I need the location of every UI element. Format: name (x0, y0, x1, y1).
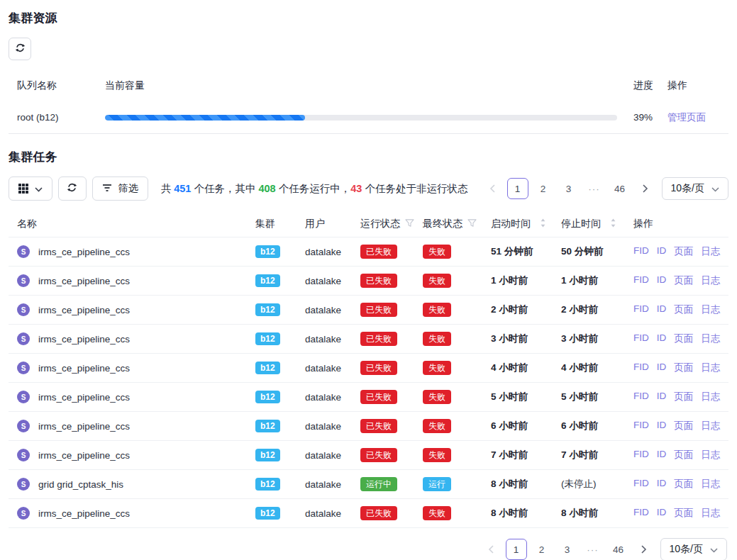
task-table-row: S irms_ce_pipeline_ccs b12 datalake 已失败 … (9, 412, 728, 441)
page-root: 集群资源 队列名称 当前容量 进度 操作 root (b12) (0, 0, 737, 560)
next-page-button[interactable] (633, 539, 655, 560)
final-status-badge: 失败 (423, 506, 451, 520)
id-link[interactable]: ID (657, 303, 667, 316)
log-link[interactable]: 日志 (701, 303, 720, 316)
start-time: 2 小时前 (491, 304, 528, 315)
row-actions: FIDID页面日志 (629, 274, 728, 287)
id-link[interactable]: ID (657, 245, 667, 258)
fid-link[interactable]: FID (633, 391, 649, 403)
page-link[interactable]: 页面 (674, 303, 693, 316)
queue-name: root (b12) (9, 112, 105, 123)
prev-page-button[interactable] (482, 178, 503, 199)
task-user: datalake (305, 479, 360, 490)
page-3-button[interactable]: 3 (557, 539, 578, 560)
start-time: 6 小时前 (491, 420, 528, 431)
task-user: datalake (305, 247, 360, 257)
page-link[interactable]: 页面 (674, 420, 693, 432)
page-link[interactable]: 页面 (674, 362, 693, 374)
fid-link[interactable]: FID (633, 420, 649, 432)
sort-icon[interactable] (540, 218, 546, 230)
spark-avatar-icon: S (17, 303, 30, 316)
id-link[interactable]: ID (657, 449, 667, 461)
fid-link[interactable]: FID (633, 449, 649, 461)
prev-page-button[interactable] (480, 539, 502, 560)
tasks-table-body: S irms_ce_pipeline_ccs b12 datalake 已失败 … (9, 237, 728, 528)
page-46-button[interactable]: 46 (608, 539, 629, 560)
id-link[interactable]: ID (657, 420, 667, 432)
next-page-button[interactable] (635, 178, 656, 199)
fid-link[interactable]: FID (633, 245, 649, 258)
page-link[interactable]: 页面 (674, 274, 693, 287)
fid-link[interactable]: FID (633, 303, 649, 316)
run-status-badge: 已失败 (360, 390, 397, 404)
log-link[interactable]: 日志 (701, 391, 720, 403)
cluster-resources-section: 集群资源 队列名称 当前容量 进度 操作 root (b12) (9, 10, 728, 134)
filter-button[interactable]: 筛选 (92, 177, 148, 201)
fid-link[interactable]: FID (633, 362, 649, 374)
row-actions: FIDID页面日志 (629, 391, 728, 403)
final-status-badge: 失败 (423, 419, 451, 433)
fid-link[interactable]: FID (633, 507, 649, 520)
id-link[interactable]: ID (657, 391, 667, 403)
id-link[interactable]: ID (657, 507, 667, 520)
page-link[interactable]: 页面 (674, 478, 693, 491)
fid-link[interactable]: FID (633, 274, 649, 287)
page-size-label: 10条/页 (670, 543, 703, 556)
fid-link[interactable]: FID (633, 332, 649, 345)
log-link[interactable]: 日志 (701, 449, 720, 461)
page-3-button[interactable]: 3 (558, 178, 580, 199)
id-link[interactable]: ID (657, 274, 667, 287)
id-link[interactable]: ID (657, 332, 667, 345)
filter-funnel-icon[interactable] (405, 218, 414, 230)
stopped-task-count: 43 (350, 183, 362, 194)
column-layout-button[interactable] (9, 177, 52, 201)
id-link[interactable]: ID (657, 362, 667, 374)
log-link[interactable]: 日志 (701, 274, 720, 287)
task-count-summary: 共 451 个任务，其中 408 个任务运行中，43 个任务处于非运行状态 (161, 182, 468, 196)
chevron-down-icon (710, 544, 718, 555)
manage-page-link[interactable]: 管理页面 (667, 112, 706, 123)
log-link[interactable]: 日志 (701, 420, 720, 432)
cluster-badge: b12 (255, 362, 280, 374)
page-link[interactable]: 页面 (674, 391, 693, 403)
fid-link[interactable]: FID (633, 478, 649, 491)
sort-icon[interactable] (610, 218, 616, 230)
page-2-button[interactable]: 2 (531, 539, 553, 560)
bottom-pagination: 1 2 3 ··· 46 (480, 539, 655, 560)
spark-avatar-icon: S (17, 391, 30, 403)
cluster-resources-title: 集群资源 (9, 10, 728, 26)
id-link[interactable]: ID (657, 478, 667, 491)
final-status-badge: 失败 (423, 332, 451, 346)
task-name: irms_ce_pipeline_ccs (38, 392, 130, 403)
total-task-count: 451 (174, 183, 191, 194)
page-2-button[interactable]: 2 (533, 178, 554, 199)
run-status-badge: 运行中 (360, 477, 397, 491)
row-actions: FIDID页面日志 (629, 507, 728, 520)
run-status-badge: 已失败 (360, 245, 397, 259)
log-link[interactable]: 日志 (701, 332, 720, 345)
spark-avatar-icon: S (17, 274, 30, 287)
final-status-badge: 失败 (423, 390, 451, 404)
log-link[interactable]: 日志 (701, 507, 720, 520)
page-1-button[interactable]: 1 (506, 539, 527, 560)
final-status-badge: 失败 (423, 303, 451, 317)
log-link[interactable]: 日志 (701, 478, 720, 491)
resources-refresh-button[interactable] (9, 38, 31, 60)
filter-funnel-icon[interactable] (467, 218, 477, 230)
task-user: datalake (305, 334, 360, 345)
page-link[interactable]: 页面 (674, 332, 693, 345)
page-1-button[interactable]: 1 (507, 178, 528, 199)
page-46-button[interactable]: 46 (609, 178, 631, 199)
page-link[interactable]: 页面 (674, 507, 693, 520)
log-link[interactable]: 日志 (701, 362, 720, 374)
page-link[interactable]: 页面 (674, 245, 693, 258)
log-link[interactable]: 日志 (701, 245, 720, 258)
tasks-refresh-button[interactable] (58, 177, 87, 201)
page-size-select[interactable]: 10条/页 (662, 177, 728, 200)
row-actions: FIDID页面日志 (629, 245, 728, 258)
page-link[interactable]: 页面 (674, 449, 693, 461)
refresh-icon (67, 182, 77, 195)
cluster-tasks-section: 集群任务 (9, 149, 728, 560)
cluster-badge: b12 (255, 478, 280, 491)
page-size-select[interactable]: 10条/页 (660, 538, 727, 560)
